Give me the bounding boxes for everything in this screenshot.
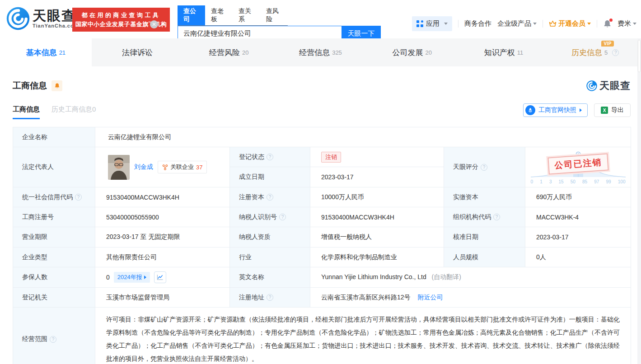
field-label: 企业类型 [13, 247, 95, 267]
scrollbar-thumb[interactable] [638, 40, 641, 72]
help-icon[interactable] [481, 164, 487, 171]
site-logo[interactable]: 天眼查 TianYanCha.com [5, 6, 79, 31]
reg-capital-value: 10000万人民币 [310, 187, 444, 207]
status-badge: 注销 [321, 152, 341, 163]
field-label: 注册资本 [230, 187, 310, 207]
tab-count: 325 [332, 49, 342, 56]
credit-code-value: 91530400MACCW3HK4H [95, 187, 230, 207]
notification-bell-icon[interactable] [603, 19, 612, 28]
company-tabs: 基本信息 21 法律诉讼 经营风险 20 经营信息 325 公司发展 20 知识… [0, 38, 641, 66]
apps-grid-icon [416, 20, 423, 27]
field-label: 工商注册号 [13, 207, 95, 227]
related-companies-badge[interactable]: 关联企业 37 [158, 161, 207, 173]
chevron-down-icon [633, 23, 636, 25]
field-label: 参保人数 [13, 267, 95, 288]
subscribe-bell-icon[interactable] [51, 80, 62, 91]
field-label: 天眼评分 [444, 147, 525, 187]
tianyancha-logo-icon [5, 6, 31, 31]
help-icon[interactable] [267, 194, 273, 201]
help-icon[interactable] [493, 214, 500, 220]
insured-count-value: 0 [106, 274, 110, 281]
nav-open-vip[interactable]: 开通会员 [549, 19, 591, 28]
reg-number-value: 530400005055900 [95, 207, 230, 227]
nav-cooperation[interactable]: 商务合作 [464, 19, 491, 28]
field-label: 企业名称 [13, 127, 95, 147]
score-axis-ticks: 01 315 5085 9799 100 [530, 179, 627, 186]
help-icon[interactable] [267, 154, 273, 160]
tab-count: 21 [59, 49, 66, 56]
field-label: 组织机构代码 [444, 207, 525, 227]
tab-count: 5 [604, 49, 608, 56]
chevron-down-icon [533, 23, 537, 25]
user-menu[interactable]: 费米 [618, 19, 636, 28]
help-icon[interactable] [279, 214, 286, 220]
related-label: 关联企业 [170, 163, 194, 171]
company-type-value: 其他有限责任公司 [95, 247, 230, 267]
field-label: 纳税人识别号 [230, 207, 310, 227]
line-chart-icon [157, 274, 164, 280]
field-label: 人员规模 [444, 247, 525, 267]
field-label: 营业期限 [13, 227, 95, 247]
clear-search-icon[interactable]: ✕ [150, 20, 158, 28]
annual-report-badge[interactable]: 2024年报 [114, 272, 150, 283]
tab-label: 经营信息 [299, 47, 330, 58]
tab-legal-litigation[interactable]: 法律诉讼 [92, 38, 183, 66]
chevron-right-icon [144, 275, 146, 279]
help-icon[interactable] [267, 294, 273, 301]
org-code-value: MACCW3HK-4 [525, 207, 631, 227]
divider [597, 20, 597, 28]
reg-status-value: 注销 [310, 147, 444, 167]
table-row: 法定代表人 刘金成 [13, 147, 631, 167]
field-label: 纳税人资质 [230, 227, 310, 247]
search-tab-company[interactable]: 查公司 [178, 5, 205, 25]
search-tab-relation[interactable]: 查关系 [233, 5, 260, 25]
company-name-value: 云南亿捷锂业有限公司 [95, 127, 631, 147]
table-row: 登记机关 玉溪市市场监督管理局 注册地址 云南省玉溪市高新区兴科路12号 附近公… [13, 288, 631, 308]
table-row: 经营范围 许可项目：非煤矿山矿产资源开采；矿产资源勘查（依法须经批准的项目，经相… [13, 308, 631, 364]
legal-rep-photo[interactable] [108, 155, 130, 180]
help-icon[interactable] [75, 194, 82, 201]
trend-chart-button[interactable] [154, 271, 166, 283]
apps-menu[interactable]: 应用 [412, 16, 452, 31]
subtab-business-registration[interactable]: 工商信息 [13, 105, 40, 119]
apps-label: 应用 [426, 19, 440, 28]
legal-rep-name-link[interactable]: 刘金成 [134, 163, 153, 171]
auto-translate-note: (自动翻译) [432, 273, 461, 280]
score-chart-cell: 01 315 5085 9799 100 公司已注销 [525, 147, 631, 187]
taxpayer-quality-value: 增值税一般纳税人 [310, 227, 444, 247]
field-label: 成立日期 [230, 167, 310, 187]
tab-history-info[interactable]: 历史信息 VIP 5 [549, 38, 641, 66]
tab-company-development[interactable]: 公司发展 20 [366, 38, 458, 66]
nav-enterprise[interactable]: 企业级产品 [497, 19, 537, 28]
nav-vip-label: 开通会员 [558, 19, 585, 28]
field-label: 法定代表人 [13, 147, 95, 187]
help-icon[interactable] [612, 49, 619, 56]
official-snapshot-button[interactable]: 工商官网快照 [523, 103, 588, 117]
tab-intellectual-property[interactable]: 知识产权 11 [458, 38, 550, 66]
help-icon[interactable] [50, 336, 56, 343]
export-button[interactable]: 导出 [594, 103, 631, 117]
search-tab-risk[interactable]: 查风险 [260, 5, 288, 25]
field-label: 登记机关 [13, 288, 95, 308]
reg-address-value: 云南省玉溪市高新区兴科路12号 [321, 294, 411, 301]
chevron-right-icon [580, 108, 582, 112]
taxpayer-id-value: 91530400MACCW3HK4H [310, 207, 444, 227]
org-network-icon [162, 164, 168, 170]
tab-count: 11 [517, 49, 524, 56]
main-content: 工商信息 天眼查 工商信息 历史工商信息0 [0, 66, 641, 364]
scrollbar[interactable] [637, 38, 641, 364]
tab-operating-risk[interactable]: 经营风险 20 [183, 38, 275, 66]
username: 费米 [618, 19, 631, 28]
field-label: 行业 [230, 247, 310, 267]
subtab-history-registration[interactable]: 历史工商信息0 [51, 105, 96, 119]
notification-dot [609, 19, 613, 22]
section-title: 工商信息 [13, 80, 47, 92]
tab-business-info[interactable]: 经营信息 325 [275, 38, 366, 66]
field-label: 英文名称 [230, 267, 310, 288]
nearby-companies-link[interactable]: 附近公司 [417, 294, 443, 301]
reg-address-cell: 云南省玉溪市高新区兴科路12号 附近公司 [310, 288, 631, 308]
chevron-down-icon [587, 23, 591, 25]
tab-basic-info[interactable]: 基本信息 21 [0, 38, 92, 66]
search-tab-boss[interactable]: 查老板 [205, 5, 233, 25]
site-header: 天眼查 TianYanCha.com 都在用的商业查询工具 国家中小企业发展子基… [0, 0, 641, 38]
